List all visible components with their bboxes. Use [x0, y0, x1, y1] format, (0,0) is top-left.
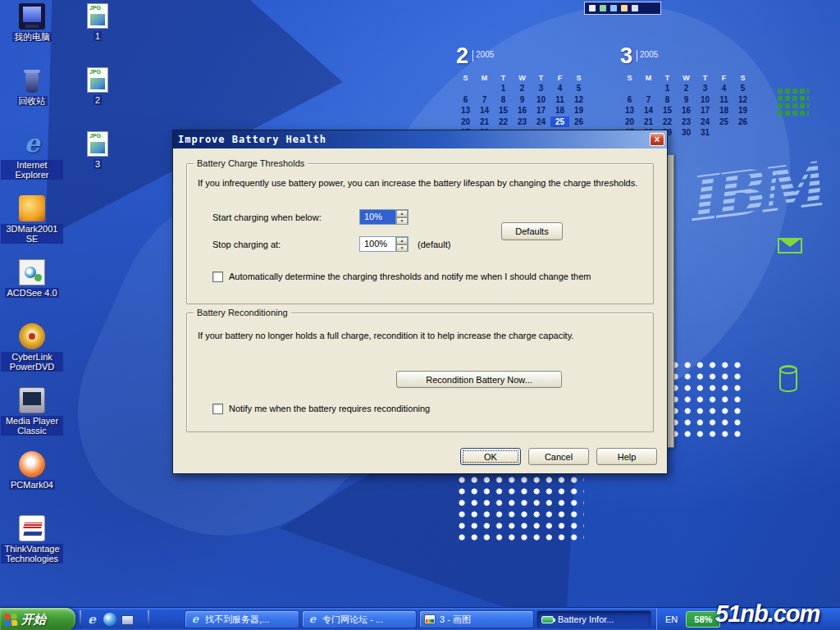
ie-quicklaunch-icon[interactable] — [85, 613, 98, 626]
ok-button[interactable]: OK — [460, 448, 521, 465]
calendar-month-number: 3 — [620, 43, 632, 68]
calendar-day: 1 — [494, 83, 513, 94]
media-quicklaunch-icon[interactable] — [103, 613, 116, 626]
wallpaper-envelope-icon — [778, 238, 802, 253]
defaults-button[interactable]: Defaults — [501, 222, 563, 240]
desktop: IBM 我的电脑回收站Internet Explorer3DMark2001 S… — [0, 0, 840, 630]
calendar-weekday: F — [550, 72, 569, 83]
mpc-icon — [19, 387, 45, 413]
battery-icon[interactable] — [600, 5, 606, 11]
calendar-month-number: 2 — [456, 43, 468, 68]
calendar-day: 5 — [569, 83, 588, 94]
calendar-day: 25 — [714, 116, 733, 128]
desktop-icon-ie[interactable]: Internet Explorer — [0, 131, 64, 195]
calendar-day: 25 — [550, 116, 569, 128]
dialog-title-bar[interactable]: Improve Battery Health × — [173, 130, 667, 148]
desktop-icon-label: 我的电脑 — [12, 32, 52, 42]
taskbar-divider — [80, 610, 81, 628]
calendar-day: 10 — [696, 94, 714, 106]
taskbar-task-button[interactable]: 专门网论坛 - ... — [302, 610, 417, 628]
help-button[interactable]: Help — [596, 448, 657, 465]
calendar-weekday: T — [658, 72, 677, 83]
calendar-weekday: T — [532, 72, 550, 83]
calendar-empty-cell — [475, 83, 494, 94]
desktop-icon-label: 回收站 — [17, 96, 48, 106]
calendar-day: 11 — [714, 94, 733, 106]
notify-reconditioning-label: Notify me when the battery requires reco… — [229, 404, 430, 413]
desktop-icon-label: CyberLink PowerDVD — [1, 352, 63, 372]
taskbar-divider — [148, 610, 149, 628]
quick-launch-bar — [85, 608, 134, 630]
start-button[interactable]: 开始 — [0, 608, 75, 630]
desktop-quicklaunch-icon[interactable] — [121, 615, 134, 625]
task-label: 3 - 画图 — [440, 614, 471, 626]
jpg-icon: JPG — [87, 3, 108, 29]
calendar-day: 1 — [658, 83, 677, 94]
paint-icon — [424, 614, 436, 624]
thresholds-description: If you infrequently use battery power, y… — [198, 178, 647, 188]
calendar-day: 18 — [550, 105, 569, 116]
pen-icon[interactable] — [621, 5, 628, 11]
notify-reconditioning-checkbox[interactable] — [212, 404, 223, 414]
desktop-icon-jpg[interactable]: JPG1 — [66, 3, 130, 67]
taskbar-task-button[interactable]: 3 - 画图 — [419, 610, 534, 628]
spin-up-icon[interactable] — [396, 210, 408, 217]
ie-icon — [189, 614, 201, 625]
acdsee-icon — [19, 259, 45, 285]
desktop-icon-pcmark[interactable]: PCMark04 — [0, 451, 64, 515]
stop-charging-value[interactable]: 100% — [360, 237, 395, 251]
calendar-day: 31 — [696, 127, 714, 139]
close-icon[interactable]: × — [650, 133, 664, 146]
calendar-day: 9 — [513, 94, 532, 106]
calendar-day: 18 — [714, 105, 733, 116]
recondition-battery-button[interactable]: Recondition Battery Now... — [396, 371, 562, 388]
calendar-day: 4 — [550, 83, 569, 94]
stop-charging-spinner[interactable]: 100% — [359, 236, 409, 252]
desktop-icon-jpg[interactable]: JPG3 — [66, 131, 130, 195]
spin-down-icon[interactable] — [396, 217, 408, 225]
calendar-march-2005: 3 2005 SMTWTFS12345678910111213141516171… — [620, 43, 755, 139]
start-charging-value[interactable]: 10% — [360, 210, 395, 224]
desktop-icon-thinkvantage[interactable]: ThinkVantage Technologies — [0, 515, 64, 579]
grid-icon[interactable] — [632, 5, 638, 11]
desktop-icon-label: ThinkVantage Technologies — [1, 544, 63, 564]
desktop-icon-label: 2 — [94, 95, 102, 105]
desktop-icon-label: 1 — [94, 31, 102, 41]
desktop-icon-acdsee[interactable]: ACDSee 4.0 — [0, 259, 64, 323]
calendar-weekday: S — [733, 72, 752, 83]
jpg-badge: JPG — [89, 5, 101, 11]
calendar-separator — [637, 50, 637, 62]
desktop-icon-recycle-bin[interactable]: 回收站 — [0, 67, 64, 131]
power-mini-toolbar[interactable] — [584, 2, 661, 15]
taskbar-task-button[interactable]: Battery Infor... — [536, 610, 651, 628]
auto-determine-checkbox[interactable] — [212, 272, 223, 282]
powerdvd-icon — [19, 323, 45, 349]
dialog-title: Improve Battery Health — [178, 134, 650, 145]
taskbar-tasks: 找不到服务器,...专门网论坛 - ...3 - 画图Battery Infor… — [185, 608, 651, 630]
start-charging-spinner[interactable]: 10% — [359, 209, 409, 225]
calendar-empty-cell — [714, 127, 733, 139]
desktop-icon-my-computer[interactable]: 我的电脑 — [0, 3, 64, 67]
calendar-year: 2005 — [640, 50, 658, 59]
cancel-button[interactable]: Cancel — [528, 448, 589, 465]
spin-down-icon[interactable] — [396, 244, 408, 252]
desktop-icon-powerdvd[interactable]: CyberLink PowerDVD — [0, 323, 64, 387]
calendar-day: 21 — [639, 116, 658, 128]
windows-flag-icon — [4, 613, 17, 626]
calendar-empty-cell — [456, 83, 475, 94]
desktop-icon-threedmark[interactable]: 3DMark2001 SE — [0, 195, 64, 259]
desktop-icon-label: Internet Explorer — [1, 160, 63, 180]
desktop-icon-mpc[interactable]: Media Player Classic — [0, 387, 64, 451]
desktop-icon-jpg[interactable]: JPG2 — [66, 67, 130, 131]
gauge-icon[interactable] — [610, 5, 617, 11]
language-indicator[interactable]: EN — [665, 614, 678, 624]
calendar-empty-cell — [620, 83, 639, 94]
plug-icon[interactable] — [589, 5, 596, 11]
desktop-icon-label: ACDSee 4.0 — [5, 288, 58, 298]
spin-up-icon[interactable] — [396, 237, 408, 244]
calendar-day: 3 — [696, 83, 714, 94]
group-title: Battery Charge Thresholds — [194, 158, 308, 168]
calendar-day: 15 — [494, 105, 513, 116]
taskbar-task-button[interactable]: 找不到服务器,... — [185, 610, 299, 628]
calendar-weekday: M — [475, 72, 494, 83]
